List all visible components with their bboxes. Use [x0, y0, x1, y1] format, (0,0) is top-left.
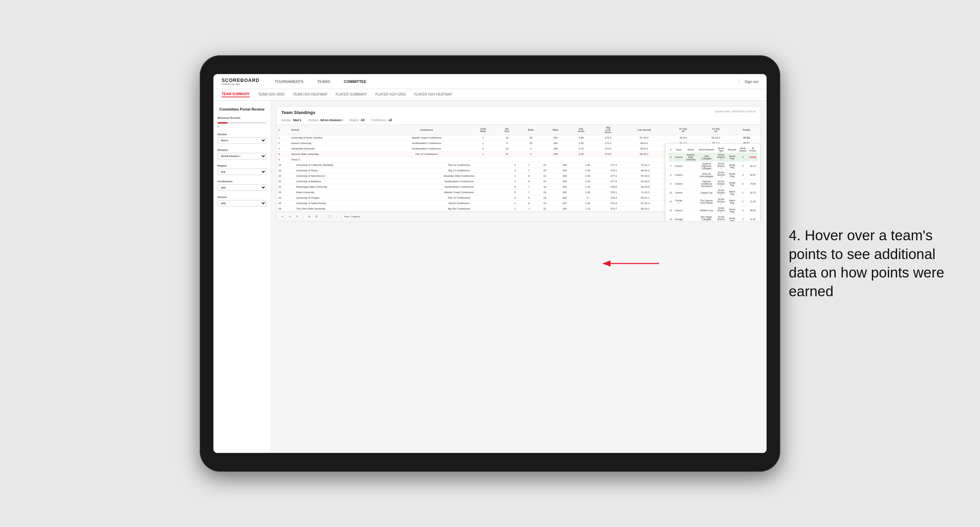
main-content: Committee Portal Review Minimum Rounds 0…	[213, 101, 767, 453]
standings-panel: Team Standings Update time: 13/03/2024 1…	[276, 106, 761, 222]
tooltip-col-event-div: Event Division	[697, 146, 715, 153]
col-low-overall: Low Overall	[622, 125, 667, 135]
gender-label: Gender	[218, 133, 266, 136]
standings-title: Team Standings	[282, 110, 315, 115]
tooltip-row: 13 Georgia Ben Hogan Collegiate Invitati…	[668, 215, 758, 222]
gender-filter-label: Gender:	[282, 118, 292, 122]
sign-out-button[interactable]: Sign out	[739, 79, 758, 84]
gender-filter: Gender: Men's	[282, 118, 301, 122]
tooltip-row: 8 Univers Amer An Intercollegiate NCAA D…	[668, 171, 758, 179]
division-filter-value: NCAA Division I	[321, 118, 342, 122]
tooltip-col-rank: #	[668, 146, 673, 153]
col-rank: #	[277, 125, 290, 135]
sidebar-gender: Gender Men's Women's	[218, 133, 266, 144]
conference-filter-value: All	[388, 118, 392, 122]
tooltip-col-event: Event	[684, 146, 697, 153]
nav-tournaments[interactable]: TOURNAMENTS	[273, 79, 305, 84]
tooltip-table: # Team Event Event Division Event Type R…	[668, 146, 758, 222]
col-conference: Conference	[382, 125, 471, 135]
division-label: Division	[218, 148, 266, 152]
tooltip-row: 7 Univers Southern Highlands Collegiate …	[668, 162, 758, 171]
tooltip-row: 10 Univers Copper Cup NCAA Division I Ma…	[668, 189, 758, 197]
division-filter: Division: NCAA Division I	[308, 118, 342, 122]
min-rounds-label: Minimum Rounds	[218, 116, 266, 119]
region-select[interactable]: N/A	[218, 168, 266, 175]
tooltip-col-rank-impact: Rank Impact	[738, 146, 748, 153]
standings-header: Team Standings Update time: 13/03/2024 1…	[277, 106, 761, 117]
col-no-tour: NoTour	[495, 125, 518, 135]
gender-select[interactable]: Men's Women's	[218, 137, 266, 144]
separator: |	[303, 215, 304, 218]
conference-filter: Conference: All	[371, 118, 392, 122]
col-vs-top50: Vs Top50	[699, 125, 732, 135]
gender-filter-value: Men's	[293, 118, 302, 122]
division-select[interactable]: NCAA Division I	[218, 153, 266, 159]
tab-player-summary[interactable]: PLAYER SUMMARY	[336, 92, 367, 97]
division-filter-label: Division:	[308, 118, 319, 122]
tab-team-h2h-heatmap[interactable]: TEAM H2H HEATMAP	[293, 92, 328, 97]
nav-teams[interactable]: TEAMS	[316, 79, 332, 84]
tab-team-summary[interactable]: TEAM SUMMARY	[222, 92, 250, 97]
sidebar-title: Committee Portal Review	[218, 107, 266, 112]
annotation-text: 4. Hover over a team's points to see add…	[789, 226, 953, 301]
sidebar: Committee Portal Review Minimum Rounds 0…	[213, 101, 271, 453]
sub-nav: TEAM SUMMARY TEAM H2H GRID TEAM H2H HEAT…	[213, 89, 767, 101]
tooltip-row: 12 Univers Williams Cup NCAA Division I …	[668, 206, 758, 215]
separator2: |	[322, 215, 323, 218]
tooltip-row: 9 Univers National Invitational Tourname…	[668, 179, 758, 189]
region-filter-value: All	[361, 118, 364, 122]
min-rounds-value: 0	[218, 125, 266, 128]
table-container: # School Conference ConfRank NoTour Rnds…	[277, 125, 761, 162]
filter-row: Gender: Men's Division: NCAA Division I …	[277, 117, 761, 125]
copy-icon[interactable]: ⧉	[308, 215, 310, 219]
refresh-icon[interactable]: ↺	[296, 215, 298, 218]
col-vs-top25: Vs Top25	[667, 125, 700, 135]
region-filter-label: Region:	[349, 118, 359, 122]
tooltip-row: 11 Florida I The Cypress Point Classic N…	[668, 197, 758, 206]
nav-committee[interactable]: COMMITTEE	[342, 79, 368, 84]
tooltip-popup: # Team Event Event Division Event Type R…	[665, 143, 761, 222]
region-label: Region	[218, 164, 266, 167]
separator3: |	[336, 215, 337, 218]
undo-icon[interactable]: ↩	[282, 215, 284, 218]
view-button[interactable]: View: Original	[342, 214, 362, 219]
tooltip-col-team: Team	[673, 146, 684, 153]
table-row: 1 University of North Carolina Atlantic …	[277, 135, 761, 141]
col-school: School	[290, 125, 382, 135]
app-logo: SCOREBOARD	[222, 78, 259, 83]
conference-select[interactable]: (All)	[218, 184, 266, 191]
tooltip-col-event-type: Event Type	[716, 146, 727, 153]
tablet-shell: SCOREBOARD Powered by clipp TOURNAMENTS …	[200, 55, 780, 472]
rounds-slider[interactable]	[218, 122, 266, 124]
logo-area: SCOREBOARD Powered by clipp	[222, 78, 259, 85]
col-points: Points	[732, 125, 761, 135]
settings-icon[interactable]: ⚙	[315, 215, 318, 218]
col-adj-score: Adj.Score	[568, 125, 595, 135]
col-rnds: Rnds	[518, 125, 543, 135]
tooltip-row: 6 Univers Arizona State University Cabo …	[668, 153, 758, 162]
sidebar-school: School (All)	[218, 195, 266, 206]
tooltip-col-rounds: Rounds	[727, 146, 738, 153]
tooltip-col-w-points: W Points	[748, 146, 758, 153]
clock-icon: 🕐	[328, 215, 331, 218]
col-wins: Wins	[543, 125, 568, 135]
top-nav: SCOREBOARD Powered by clipp TOURNAMENTS …	[213, 74, 767, 89]
update-time: Update time: 13/03/2024 10:03:42	[715, 110, 756, 113]
conference-label: Conference	[218, 180, 266, 183]
content-area: Team Standings Update time: 13/03/2024 1…	[271, 101, 767, 453]
tablet-screen: SCOREBOARD Powered by clipp TOURNAMENTS …	[213, 74, 767, 453]
sidebar-division: Division NCAA Division I	[218, 148, 266, 159]
sidebar-region: Region N/A	[218, 164, 266, 175]
sidebar-min-rounds: Minimum Rounds 0	[218, 116, 266, 128]
col-avg-low: AvgLowScore	[595, 125, 622, 135]
region-filter: Region: All	[349, 118, 364, 122]
app-logo-sub: Powered by clipp	[222, 83, 259, 85]
tab-player-h2h-grid[interactable]: PLAYER H2H GRID	[375, 92, 406, 97]
redo-icon[interactable]: ↪	[288, 215, 291, 218]
school-select[interactable]: (All)	[218, 200, 266, 206]
conference-filter-label: Conference:	[371, 118, 387, 122]
sidebar-conference: Conference (All)	[218, 180, 266, 191]
col-conf-rank: ConfRank	[471, 125, 495, 135]
tab-player-h2h-heatmap[interactable]: PLAYER H2H HEATMAP	[414, 92, 452, 97]
tab-team-h2h-grid[interactable]: TEAM H2H GRID	[258, 92, 285, 97]
